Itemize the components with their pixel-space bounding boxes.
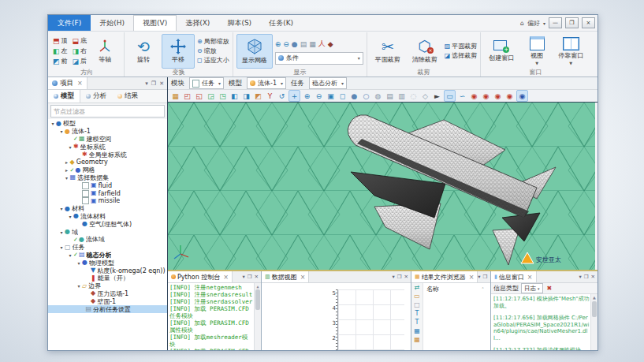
checkbox[interactable] <box>82 190 89 197</box>
transparent-icon[interactable]: ◌ <box>408 91 419 101</box>
tab-home[interactable]: 开始(H) <box>91 15 133 31</box>
pan-button[interactable]: 平移 <box>162 34 195 69</box>
view-back-icon[interactable]: ◱ <box>194 91 204 101</box>
close-panel-icon[interactable]: ✕ <box>591 274 595 280</box>
sort-name-up-icon[interactable]: T <box>415 319 419 326</box>
pan-icon[interactable]: + <box>288 90 300 102</box>
zoom-window-icon[interactable]: ▣ <box>326 91 336 101</box>
expander-icon[interactable]: ▾ <box>67 252 73 258</box>
results-browser-tab[interactable]: ▦ 结果文件浏览器 × <box>411 271 478 282</box>
viewport-3d[interactable]: 安世亚太 <box>168 103 597 270</box>
view-iso-icon[interactable]: ◩ <box>253 91 263 101</box>
view-front-button[interactable]: ◩前 <box>53 56 68 66</box>
checkbox[interactable] <box>82 197 89 204</box>
expander-icon[interactable]: ▾ <box>67 144 73 150</box>
close-icon[interactable]: × <box>527 274 533 281</box>
rotate-button[interactable]: ⟲ 旋转 <box>128 35 159 68</box>
plane-clip-button[interactable]: ✂ 平面裁剪 <box>370 35 405 68</box>
zoom-in-icon[interactable]: ⊕ <box>302 91 312 101</box>
tab-task[interactable]: 任务(K) <box>260 15 302 31</box>
show-mesh-button[interactable]: 显示网格 <box>236 34 273 69</box>
panel-menu-icon[interactable]: ▾ <box>392 274 394 280</box>
close-button[interactable]: × <box>582 17 595 28</box>
view-bottom-icon[interactable]: ◨ <box>241 91 251 101</box>
expander-icon[interactable]: ▾ <box>64 175 70 181</box>
maximize-button[interactable]: ❐ <box>565 17 579 28</box>
info-type-select[interactable]: 日志 ▾ <box>521 283 543 293</box>
mesh-ball-icon[interactable]: ◉ <box>516 90 528 102</box>
rotate-icon[interactable]: ↺ <box>277 91 287 101</box>
expander-icon[interactable]: ▾ <box>76 283 82 289</box>
clip-sphere-4-icon[interactable]: ◉ <box>504 91 515 101</box>
preferences-button[interactable]: 偏好 <box>527 19 540 28</box>
wireframe-icon[interactable]: ○ <box>361 91 371 101</box>
expander-icon[interactable]: ▾ <box>58 244 65 250</box>
close-panel-icon[interactable]: ✕ <box>159 80 164 87</box>
expander-icon[interactable]: ▾ <box>58 129 65 134</box>
dock-window-button[interactable]: 停靠窗口 ▼ <box>555 35 586 68</box>
view-top-button[interactable]: ⬒顶 <box>53 35 68 46</box>
view-window-button[interactable]: 视图 ▼ <box>521 35 553 68</box>
hidden-line-icon[interactable]: ◍ <box>373 91 383 101</box>
project-tab-结果[interactable]: 结果 <box>112 90 143 103</box>
display-sphere-shaded-icon[interactable]: ● <box>292 40 298 48</box>
tree-item-空气(理想气体)[interactable]: ●空气(理想气体) <box>48 220 167 228</box>
display-marker-icon[interactable]: ◆ <box>328 40 333 48</box>
expander-icon[interactable]: ▾ <box>76 260 82 266</box>
expander-icon[interactable]: ▾ <box>67 214 73 219</box>
tree-item-材料[interactable]: ▾●材料 <box>48 205 167 213</box>
float-panel-icon[interactable]: ❐ <box>397 274 402 280</box>
close-icon[interactable]: × <box>223 274 229 281</box>
panel-menu-icon[interactable]: ▾ <box>579 274 581 280</box>
zoom-out-icon[interactable]: ⊖ <box>314 91 324 101</box>
close-icon[interactable]: × <box>300 274 306 281</box>
close-icon[interactable]: × <box>77 80 83 87</box>
close-panel-icon[interactable]: ✕ <box>404 274 408 280</box>
view-left-button[interactable]: ◧左 <box>53 46 68 56</box>
tab-view[interactable]: 视图(V) <box>133 15 177 31</box>
expander-icon[interactable]: ▸ <box>64 159 70 165</box>
display-person-icon[interactable]: 人 <box>318 39 326 49</box>
close-icon[interactable]: × <box>469 274 475 281</box>
view-right-icon[interactable]: ◳ <box>218 91 228 101</box>
data-view-chart[interactable]: 54321 <box>262 283 411 351</box>
file-menu-button[interactable]: 文件(F) <box>48 15 91 31</box>
display-structure-icon[interactable]: ▦ <box>309 40 316 48</box>
preferences-caret-icon[interactable]: ▾ <box>543 21 545 26</box>
scrollbar[interactable]: ▲▼ <box>254 283 261 351</box>
tree-item-全局坐标系统[interactable]: ✱全局坐标系统 <box>48 151 167 159</box>
outline-icon[interactable]: ◇ <box>420 91 430 101</box>
panel-menu-icon[interactable]: ▾ <box>145 80 148 87</box>
display-sphere-solid-icon[interactable]: ⊕ <box>275 40 281 48</box>
axis-triad-icon[interactable]: Y <box>265 91 275 101</box>
expander-icon[interactable]: ▾ <box>50 121 56 126</box>
fit-view-icon[interactable]: ◻ <box>337 91 348 101</box>
view-back-button[interactable]: ◪后 <box>73 56 87 66</box>
scrollbar[interactable]: ▲▼ <box>590 294 597 351</box>
model-select[interactable]: 流体-1▾ <box>247 77 286 89</box>
sort-name-down-icon[interactable]: T <box>415 311 419 317</box>
tree-item-域[interactable]: ▾●域 <box>48 228 167 236</box>
view-bottom-button[interactable]: ⬓底 <box>73 35 87 46</box>
tree-item-流体域[interactable]: ✓●流体域 <box>48 236 167 244</box>
clear-log-icon[interactable]: ✖ <box>547 285 553 292</box>
view-top-icon[interactable]: ◧ <box>229 91 240 101</box>
task-select[interactable]: 稳态分析▾ <box>309 77 347 89</box>
image-view-icon[interactable]: ▦ <box>414 328 420 334</box>
tree-item-farfield[interactable]: ▣farfield <box>48 189 167 197</box>
panel-menu-icon[interactable]: ▾ <box>478 274 480 280</box>
points-icon[interactable]: ▤ <box>385 91 395 101</box>
local-zoom-button[interactable]: ⊕局部缩放 <box>197 37 229 46</box>
shaded-icon[interactable]: ● <box>349 91 359 101</box>
fit-size-button[interactable]: ◻适应大小 <box>197 56 229 65</box>
display-sphere-wire-icon[interactable]: ⊖ <box>283 40 289 48</box>
refresh-result-icon[interactable]: ⇄ <box>415 285 420 291</box>
checkbox[interactable] <box>82 182 89 189</box>
tree-item-missile[interactable]: ▣missile <box>48 197 167 205</box>
data-view-tab[interactable]: ▥ 数据视图 × <box>262 271 309 282</box>
open-folder-icon[interactable]: ▭ <box>414 293 420 300</box>
lasso-select-icon[interactable]: ∽ <box>457 91 467 101</box>
tree-item-fluid[interactable]: ▣fluid <box>48 181 167 189</box>
clip-sphere-2-icon[interactable]: ◉ <box>481 91 491 101</box>
expander-icon[interactable]: ▾ <box>58 206 65 211</box>
